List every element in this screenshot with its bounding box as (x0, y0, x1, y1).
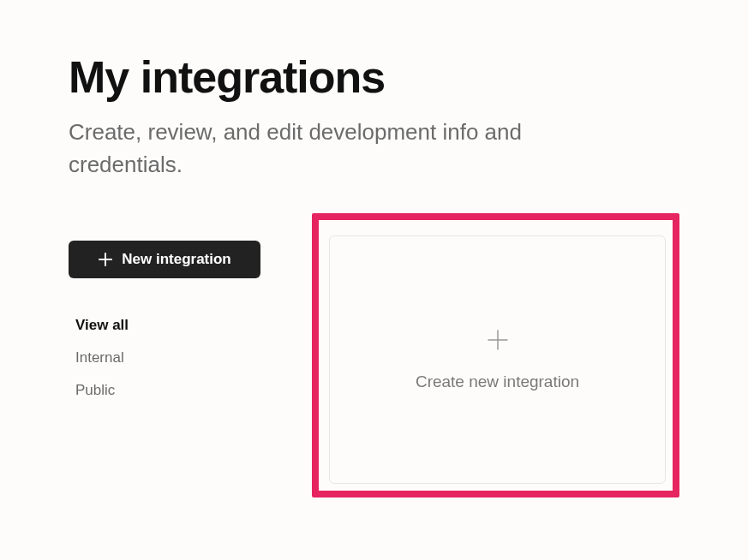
create-integration-label: Create new integration (416, 372, 579, 391)
new-integration-button[interactable]: New integration (69, 241, 260, 278)
highlight-annotation: Create new integration (312, 213, 679, 497)
plus-icon (98, 252, 113, 267)
content-row: New integration View all Internal Public… (69, 241, 679, 525)
main-area: Create new integration (312, 241, 679, 525)
plus-icon (486, 328, 510, 352)
filter-view-all[interactable]: View all (75, 309, 260, 342)
filter-internal[interactable]: Internal (75, 342, 260, 374)
filter-list: View all Internal Public (69, 309, 260, 407)
filter-public[interactable]: Public (75, 374, 260, 407)
new-integration-button-label: New integration (122, 251, 231, 268)
page-subtitle: Create, review, and edit development inf… (69, 116, 617, 181)
create-integration-card[interactable]: Create new integration (329, 235, 666, 484)
sidebar: New integration View all Internal Public (69, 241, 260, 407)
page-title: My integrations (69, 51, 679, 103)
